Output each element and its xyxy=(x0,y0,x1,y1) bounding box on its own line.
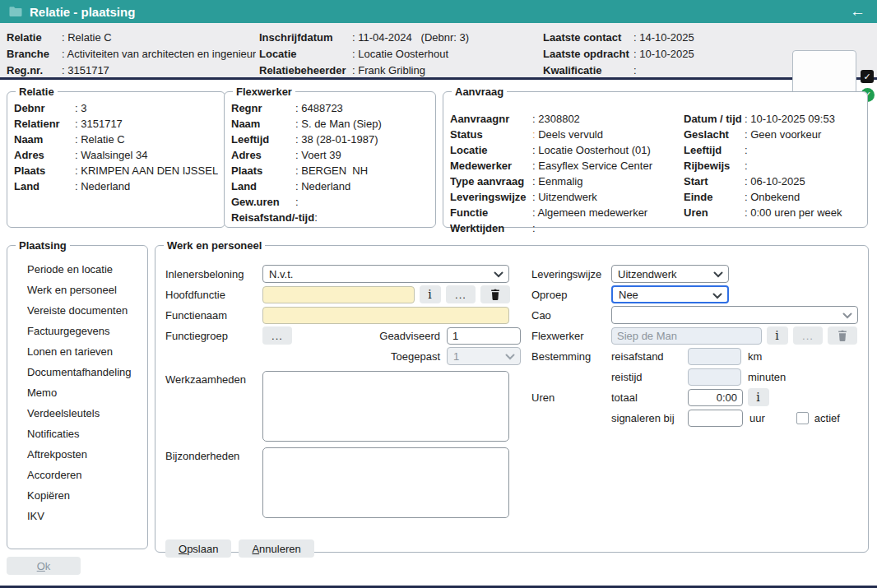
field-label: Medewerker xyxy=(450,158,532,174)
field-value: S. de Man (Siep) xyxy=(295,116,429,132)
ok-button[interactable]: Ok xyxy=(7,557,81,575)
field-label: Regnr xyxy=(231,100,295,116)
chevron-down-icon xyxy=(494,271,503,278)
signaleren-bij-input[interactable] xyxy=(688,410,743,427)
reistijd-unit: minuten xyxy=(748,371,786,383)
field-label: Status xyxy=(450,127,532,142)
bijzonderheden-textarea[interactable] xyxy=(262,447,509,518)
sidebar-item-kopieren[interactable]: Kopiëren xyxy=(14,485,141,506)
sidebar-item-notificaties[interactable]: Notificaties xyxy=(14,424,141,444)
hoofdfunctie-input[interactable] xyxy=(262,286,415,303)
signaleren-unit: uur xyxy=(749,412,765,424)
chevron-down-icon xyxy=(505,354,515,360)
field-label: Locatie xyxy=(450,142,532,158)
field-value: Locatie Oosterhout (01) xyxy=(532,142,682,158)
sidebar-item-lonen-en-tarieven[interactable]: Lonen en tarieven xyxy=(14,341,141,362)
actief-checkbox[interactable] xyxy=(796,412,809,424)
field-label: Naam xyxy=(14,132,75,147)
field-label: Datum / tijd xyxy=(684,111,745,127)
header-value: 14-10-2025 xyxy=(633,30,786,46)
field-value xyxy=(295,194,429,210)
sidebar-item-memo[interactable]: Memo xyxy=(14,382,141,403)
field-value: 10-10-2025 09:53 xyxy=(745,111,863,127)
hoofdfunctie-info-button[interactable]: i xyxy=(420,285,441,303)
sidebar-item-factuurgegevens[interactable]: Factuurgegevens xyxy=(14,321,141,341)
cao-select[interactable] xyxy=(611,306,858,324)
werk-panel-legend: Werk en personeel xyxy=(164,239,265,252)
header-label: Relatiebeheerder xyxy=(259,63,352,79)
sidebar-item-accorderen[interactable]: Accorderen xyxy=(14,465,141,485)
info-icon: i xyxy=(428,288,432,301)
flexwerker-panel: Flexwerker Regnr6488723 NaamS. de Man (S… xyxy=(224,86,436,228)
field-value: Algemeen medewerker xyxy=(532,205,682,220)
functienaam-label: Functienaam xyxy=(165,309,262,322)
plaatsing-panel-legend: Plaatsing xyxy=(16,239,70,252)
uren-totaal-input[interactable] xyxy=(688,389,743,406)
field-label: Reisafstand/-tijd xyxy=(231,210,314,225)
reisafstand-label: reisafstand xyxy=(611,350,688,363)
oproep-select[interactable]: Nee xyxy=(611,285,729,303)
field-label: Werktijden xyxy=(450,220,532,236)
field-label: Relatienr xyxy=(14,116,75,132)
plaatsing-menu-panel: Plaatsing Periode en locatie Werk en per… xyxy=(7,239,148,549)
sidebar-item-vereiste-documenten[interactable]: Vereiste documenten xyxy=(14,300,141,321)
trash-icon xyxy=(837,330,848,342)
ellipsis-icon: ... xyxy=(271,330,283,342)
field-label: Start xyxy=(684,174,745,189)
flexwerker-delete-button[interactable] xyxy=(828,326,857,345)
sidebar-item-periode-en-locatie[interactable]: Periode en locatie xyxy=(14,259,141,280)
header-value: 3151717 xyxy=(62,63,256,79)
sidebar-item-verdeelsleutels[interactable]: Verdeelsleutels xyxy=(14,403,141,424)
sidebar-item-documentafhandeling[interactable]: Documentafhandeling xyxy=(14,362,141,382)
header-value: 10-10-2025 xyxy=(633,46,786,63)
relatie-panel-legend: Relatie xyxy=(16,86,58,98)
header-label: Reg.nr. xyxy=(7,63,62,79)
field-value: KRIMPEN AAN DEN IJSSEL xyxy=(75,163,218,178)
field-value: Relatie C xyxy=(75,132,218,147)
plaatsing-menu: Periode en locatie Werk en personeel Ver… xyxy=(14,259,141,526)
annuleren-button[interactable]: Annuleren xyxy=(239,539,313,558)
hoofdfunctie-browse-button[interactable]: ... xyxy=(446,285,476,303)
hoofdfunctie-label: Hoofdfunctie xyxy=(165,289,262,301)
field-value: Uitzendwerk xyxy=(532,189,682,205)
bijzonderheden-label: Bijzonderheden xyxy=(165,447,262,462)
reisafstand-input xyxy=(688,348,741,365)
field-label: Gew.uren xyxy=(231,194,295,210)
field-value: 6488723 xyxy=(295,100,429,116)
sidebar-item-werk-en-personeel[interactable]: Werk en personeel xyxy=(14,280,141,300)
field-value: BERGEN NH xyxy=(295,163,429,178)
field-value: Geen voorkeur xyxy=(745,127,863,142)
leveringswijze-value: Uitzendwerk xyxy=(618,268,677,280)
aanvraag-panel-legend: Aanvraag xyxy=(452,86,507,98)
functienaam-input[interactable] xyxy=(262,307,509,324)
bestemming-label: Bestemming xyxy=(531,350,611,363)
flexwerker-input xyxy=(611,327,762,345)
uren-info-button[interactable]: i xyxy=(748,388,769,406)
field-label: Geslacht xyxy=(684,127,745,142)
header-label: Inschrijfdatum xyxy=(259,30,352,46)
black-checkbox[interactable]: ✓ xyxy=(861,70,874,83)
inlenersbeloning-label: Inlenersbeloning xyxy=(165,268,262,280)
werk-en-personeel-panel: Werk en personeel Inlenersbeloning N.v.t… xyxy=(155,239,869,553)
field-label: Leveringswijze xyxy=(450,189,532,205)
sidebar-item-aftrekposten[interactable]: Aftrekposten xyxy=(14,444,141,465)
sidebar-item-ikv[interactable]: IKV xyxy=(14,506,141,526)
hoofdfunctie-delete-button[interactable] xyxy=(480,285,510,303)
flexwerker-info-button[interactable]: i xyxy=(767,326,788,345)
functiegroep-browse-button[interactable]: ... xyxy=(262,326,292,345)
werkzaamheden-textarea[interactable] xyxy=(262,371,509,442)
back-arrow-icon[interactable]: ← xyxy=(847,0,869,23)
inlenersbeloning-select[interactable]: N.v.t. xyxy=(262,265,509,283)
field-value: Nederland xyxy=(295,178,429,194)
flexwerker-panel-legend: Flexwerker xyxy=(233,86,295,98)
opslaan-button[interactable]: Opslaan xyxy=(165,539,231,558)
field-label: Plaats xyxy=(14,163,75,178)
field-value: Nederland xyxy=(75,178,218,194)
reistijd-label: reistijd xyxy=(611,371,688,383)
header-value: Frank Gribling xyxy=(352,63,541,79)
field-label: Leeftijd xyxy=(684,142,745,158)
header-value: Relatie C xyxy=(62,30,256,46)
leveringswijze-select[interactable]: Uitzendwerk xyxy=(611,265,729,283)
geadviseerd-input[interactable] xyxy=(447,327,521,345)
header-value: 11-04-2024 (Debnr: 3) xyxy=(352,30,541,46)
